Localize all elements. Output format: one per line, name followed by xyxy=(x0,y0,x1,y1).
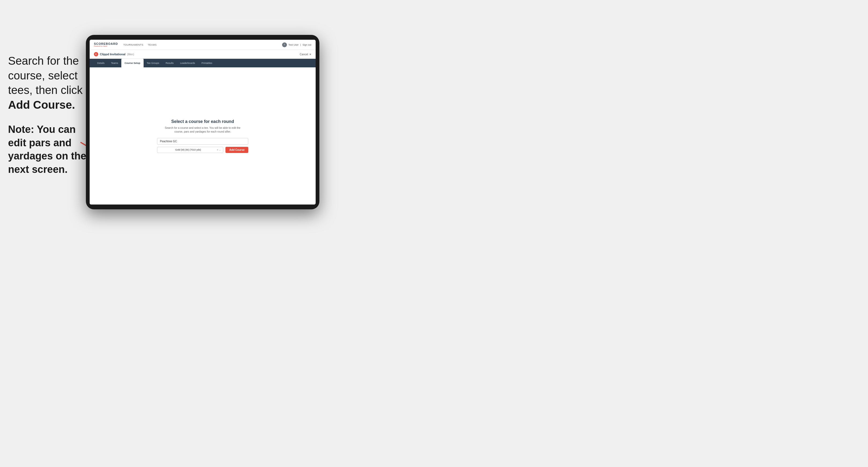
annotation-main: Search for the course, select tees, then… xyxy=(8,54,89,112)
tab-bar: Details Teams Course Setup Tee Groups Re… xyxy=(90,59,316,67)
nav-tournaments[interactable]: TOURNAMENTS xyxy=(123,43,143,46)
tablet-screen: SCOREBOARD Powered by clippd TOURNAMENTS… xyxy=(90,40,316,205)
sign-out-link[interactable]: Sign out xyxy=(303,43,311,46)
tournament-icon: C xyxy=(94,52,98,56)
annotation-area: Search for the course, select tees, then… xyxy=(8,54,89,176)
add-course-button[interactable]: Add Course xyxy=(225,147,248,153)
cancel-icon: ✕ xyxy=(309,53,311,56)
tab-details[interactable]: Details xyxy=(94,59,108,67)
main-content: Select a course for each round Search fo… xyxy=(90,67,316,205)
user-label: Test User xyxy=(288,43,299,46)
tee-select-wrapper[interactable]: Gold (M) (M) (7010 yds) × ⌄ xyxy=(157,147,223,153)
logo-text: SCOREBOARD xyxy=(94,42,118,45)
tournament-type: (Men) xyxy=(127,53,134,56)
tab-teams[interactable]: Teams xyxy=(108,59,122,67)
annotation-bold: Add Course. xyxy=(8,98,75,111)
nav-teams[interactable]: TEAMS xyxy=(148,43,157,46)
tab-course-setup[interactable]: Course Setup xyxy=(121,59,144,67)
tee-arrow-icon: ⌄ xyxy=(219,149,221,151)
tournament-title: C Clippd Invitational (Men) xyxy=(94,52,134,56)
panel-title: Select a course for each round xyxy=(157,119,248,124)
tab-results[interactable]: Results xyxy=(162,59,177,67)
tee-select-controls: × ⌄ xyxy=(217,148,221,151)
logo-area: SCOREBOARD Powered by clippd xyxy=(94,42,118,47)
annotation-note: Note: You can edit pars and yardages on … xyxy=(8,123,89,176)
tablet-device: SCOREBOARD Powered by clippd TOURNAMENTS… xyxy=(86,35,319,209)
separator: | xyxy=(300,43,301,46)
course-setup-panel: Select a course for each round Search fo… xyxy=(157,119,248,153)
tab-printables[interactable]: Printables xyxy=(198,59,216,67)
tee-select-text: Gold (M) (M) (7010 yds) xyxy=(159,148,217,151)
nav-links: TOURNAMENTS TEAMS xyxy=(123,43,282,46)
top-nav: SCOREBOARD Powered by clippd TOURNAMENTS… xyxy=(90,40,316,50)
course-search-input[interactable] xyxy=(157,138,248,145)
tee-selector-row: Gold (M) (M) (7010 yds) × ⌄ Add Course xyxy=(157,147,248,153)
tournament-header: C Clippd Invitational (Men) Cancel ✕ xyxy=(90,50,316,59)
tab-leaderboards[interactable]: Leaderboards xyxy=(177,59,198,67)
panel-subtitle: Search for a course and select a tee. Yo… xyxy=(157,126,248,134)
user-area: T Test User | Sign out xyxy=(282,42,311,47)
tab-tee-groups[interactable]: Tee Groups xyxy=(144,59,163,67)
tournament-name: Clippd Invitational xyxy=(100,53,125,56)
tee-clear-icon[interactable]: × xyxy=(217,148,218,151)
user-avatar: T xyxy=(282,42,287,47)
cancel-button[interactable]: Cancel ✕ xyxy=(300,53,311,56)
logo-sub: Powered by clippd xyxy=(94,45,118,47)
